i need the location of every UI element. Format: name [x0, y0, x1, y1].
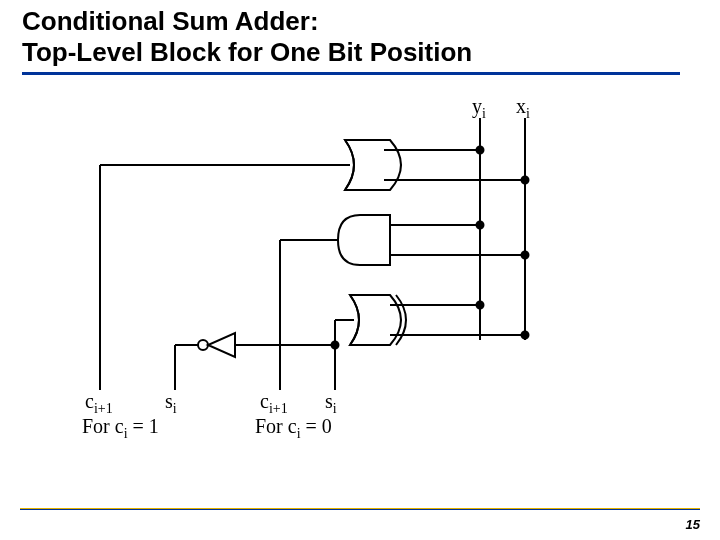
or-gate-icon [100, 140, 529, 390]
svg-point-10 [477, 222, 484, 229]
title-line-2: Top-Level Block for One Bit Position [22, 37, 472, 67]
not-gate-icon [175, 333, 235, 390]
label-s-right: si [325, 390, 337, 417]
svg-point-11 [522, 252, 529, 259]
title-line-1: Conditional Sum Adder: [22, 6, 319, 36]
svg-point-21 [332, 342, 339, 349]
svg-point-4 [477, 147, 484, 154]
svg-point-17 [522, 332, 529, 339]
svg-point-16 [477, 302, 484, 309]
label-for-ci-1: For ci = 1 [82, 415, 159, 442]
circuit-svg [60, 100, 660, 430]
label-for-ci-0: For ci = 0 [255, 415, 332, 442]
page-number: 15 [686, 517, 700, 532]
footer-rule [20, 508, 700, 510]
label-c-left: ci+1 [85, 390, 113, 417]
circuit-diagram: yi xi [60, 100, 660, 450]
label-x: xi [516, 95, 530, 122]
svg-point-5 [522, 177, 529, 184]
and-gate-icon [280, 215, 529, 390]
label-c-right: ci+1 [260, 390, 288, 417]
label-s-left: si [165, 390, 177, 417]
label-y: yi [472, 95, 486, 122]
slide-title: Conditional Sum Adder: Top-Level Block f… [22, 6, 680, 75]
